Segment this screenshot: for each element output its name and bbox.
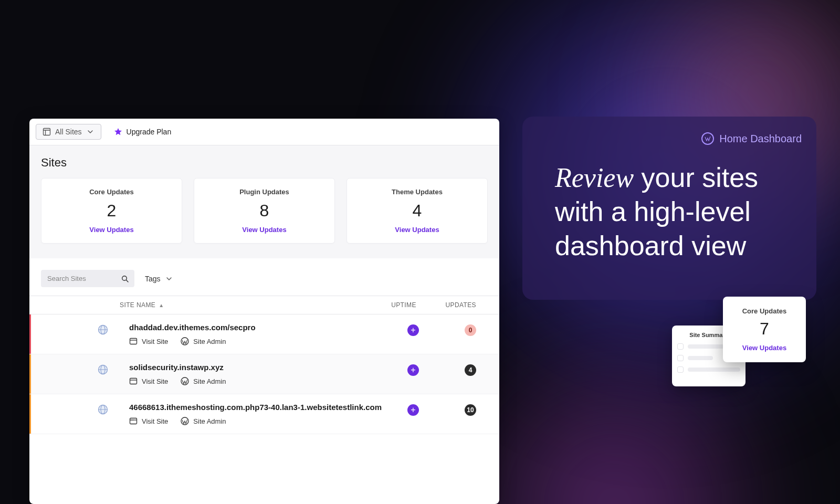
- window-icon: [129, 377, 138, 385]
- row-actions: Visit Site Site Admin: [129, 417, 382, 425]
- site-name: dhaddad.dev.ithemes.com/secpro: [129, 323, 382, 332]
- upgrade-plan-label: Upgrade Plan: [127, 128, 172, 136]
- uptime-add-button[interactable]: +: [407, 364, 419, 376]
- promo-headline-italic: Review: [555, 163, 634, 193]
- tags-dropdown[interactable]: Tags: [145, 275, 173, 283]
- theme-updates-count: 4: [353, 201, 481, 220]
- float-core-link[interactable]: View Updates: [730, 344, 799, 352]
- tags-label: Tags: [145, 275, 161, 283]
- svg-rect-20: [130, 418, 137, 424]
- promo-panel: Home Dashboard Review your sites with a …: [522, 117, 816, 300]
- table-row[interactable]: 46668613.ithemeshosting.com.php73-40.lan…: [29, 394, 499, 434]
- skeleton-row: [677, 366, 740, 373]
- table-row[interactable]: dhaddad.dev.ithemes.com/secpro Visit Sit…: [29, 314, 499, 354]
- chevron-down-icon: [86, 128, 94, 136]
- star-icon: [114, 128, 122, 136]
- search-wrap: [41, 270, 134, 287]
- skeleton-line: [688, 356, 713, 360]
- status-bar: [29, 354, 31, 394]
- all-sites-dropdown[interactable]: All Sites: [36, 124, 101, 140]
- visit-site-link[interactable]: Visit Site: [129, 377, 168, 385]
- wordpress-icon: [181, 417, 189, 425]
- column-updates[interactable]: UPDATES: [435, 301, 488, 309]
- skeleton-line: [688, 368, 740, 372]
- skeleton-checkbox: [677, 366, 684, 373]
- updates-badge: 10: [465, 404, 476, 416]
- theme-updates-link[interactable]: View Updates: [353, 226, 481, 234]
- status-bar: [29, 314, 31, 354]
- plugin-updates-count: 8: [201, 201, 328, 220]
- updates-badge: 0: [465, 324, 476, 336]
- svg-line-4: [127, 280, 129, 282]
- site-name: solidsecurity.instawp.xyz: [129, 363, 382, 372]
- table-row[interactable]: solidsecurity.instawp.xyz Visit Site Sit…: [29, 354, 499, 394]
- site-admin-link[interactable]: Site Admin: [181, 337, 226, 345]
- column-uptime[interactable]: UPTIME: [372, 301, 435, 309]
- float-core-count: 7: [730, 319, 799, 339]
- wordpress-icon: [181, 377, 189, 385]
- filters-row: Tags: [29, 258, 499, 296]
- promo-headline: Review your sites with a high-level dash…: [555, 161, 802, 263]
- plugin-updates-link[interactable]: View Updates: [201, 226, 328, 234]
- globe-icon: [98, 324, 108, 335]
- theme-updates-card: Theme Updates 4 View Updates: [346, 178, 488, 244]
- chevron-down-icon: [165, 275, 173, 283]
- promo-card: Home Dashboard Review your sites with a …: [522, 117, 816, 300]
- column-site-name[interactable]: SITE NAME ▲: [120, 301, 372, 309]
- theme-updates-title: Theme Updates: [353, 188, 481, 196]
- sites-dashboard-window: All Sites Upgrade Plan Sites Core Update…: [29, 119, 499, 504]
- promo-header-label: Home Dashboard: [719, 133, 802, 145]
- plugin-updates-card: Plugin Updates 8 View Updates: [194, 178, 335, 244]
- visit-site-link[interactable]: Visit Site: [129, 417, 168, 425]
- site-admin-link[interactable]: Site Admin: [181, 377, 226, 385]
- site-admin-link[interactable]: Site Admin: [181, 417, 226, 425]
- core-updates-title: Core Updates: [48, 188, 175, 196]
- uptime-add-button[interactable]: +: [407, 404, 419, 416]
- skeleton-checkbox: [677, 343, 684, 350]
- window-icon: [129, 337, 138, 345]
- core-updates-count: 2: [48, 201, 175, 220]
- search-icon: [121, 275, 129, 283]
- overview-section: Sites Core Updates 2 View Updates Plugin…: [29, 145, 499, 258]
- topbar: All Sites Upgrade Plan: [29, 119, 499, 145]
- globe-icon: [98, 404, 108, 415]
- wordpress-icon: [701, 132, 714, 145]
- layout-icon: [43, 128, 51, 136]
- svg-rect-8: [130, 339, 137, 344]
- core-updates-card: Core Updates 2 View Updates: [41, 178, 182, 244]
- sort-asc-icon: ▲: [159, 302, 164, 308]
- status-bar: [29, 394, 31, 434]
- window-icon: [129, 417, 138, 425]
- float-core-title: Core Updates: [730, 307, 799, 315]
- all-sites-label: All Sites: [55, 128, 82, 136]
- upgrade-plan-link[interactable]: Upgrade Plan: [114, 128, 172, 136]
- row-actions: Visit Site Site Admin: [129, 377, 382, 385]
- row-actions: Visit Site Site Admin: [129, 337, 382, 345]
- svg-rect-14: [130, 379, 137, 384]
- wordpress-icon: [181, 337, 189, 345]
- uptime-add-button[interactable]: +: [407, 324, 419, 336]
- globe-icon: [98, 364, 108, 375]
- site-name: 46668613.ithemeshosting.com.php73-40.lan…: [129, 403, 382, 412]
- svg-rect-0: [44, 129, 50, 135]
- float-core-updates-card: Core Updates 7 View Updates: [723, 297, 806, 362]
- table-header: SITE NAME ▲ UPTIME UPDATES: [29, 296, 499, 314]
- skeleton-checkbox: [677, 355, 684, 361]
- plugin-updates-title: Plugin Updates: [201, 188, 328, 196]
- sites-table-section: Tags SITE NAME ▲ UPTIME UPDATES dhaddad.…: [29, 258, 499, 434]
- update-cards-row: Core Updates 2 View Updates Plugin Updat…: [41, 178, 488, 244]
- promo-header: Home Dashboard: [555, 132, 802, 145]
- visit-site-link[interactable]: Visit Site: [129, 337, 168, 345]
- updates-badge: 4: [465, 364, 476, 376]
- page-title: Sites: [41, 156, 488, 170]
- core-updates-link[interactable]: View Updates: [48, 226, 175, 234]
